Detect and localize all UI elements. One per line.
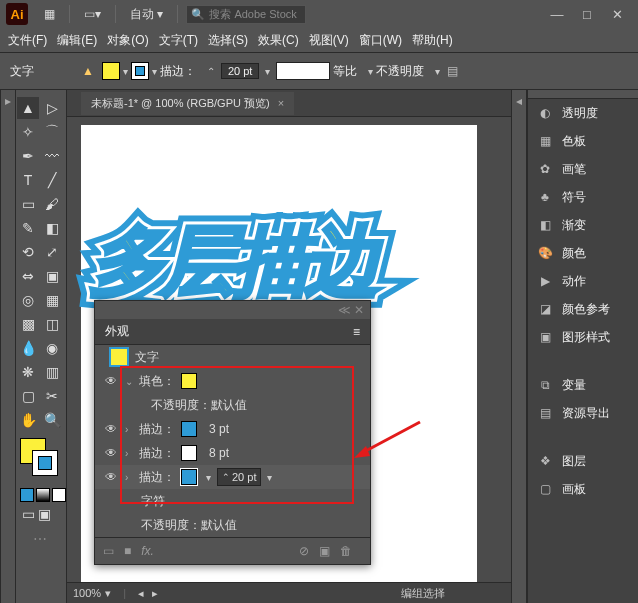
delete-icon[interactable]: 🗑: [340, 544, 352, 558]
expand-caret-icon[interactable]: ›: [125, 472, 135, 483]
visibility-icon[interactable]: 👁: [103, 446, 119, 460]
clear-icon[interactable]: ⊘: [299, 544, 309, 558]
stroke-dropdown[interactable]: ▾: [152, 66, 157, 77]
duplicate-icon[interactable]: ▣: [319, 544, 330, 558]
nav-next-icon[interactable]: ▸: [152, 587, 158, 600]
panel-menu-icon[interactable]: ≡: [353, 325, 360, 339]
expand-caret-icon[interactable]: ›: [125, 424, 135, 435]
width-tool[interactable]: ⇔: [17, 265, 39, 287]
ratio-dropdown[interactable]: ▾: [368, 66, 373, 77]
stroke3-color-swatch[interactable]: [181, 469, 197, 485]
fill-dropdown[interactable]: ▾: [123, 66, 128, 77]
rotate-tool[interactable]: ⟲: [17, 241, 39, 263]
visibility-icon[interactable]: 👁: [103, 422, 119, 436]
layout-dropdown[interactable]: 自动 ▾: [124, 4, 169, 25]
maximize-button[interactable]: □: [572, 5, 602, 24]
fill-swatch[interactable]: [102, 62, 120, 80]
rectangle-tool[interactable]: ▭: [17, 193, 39, 215]
appearance-panel-tab[interactable]: 外观 ≡: [95, 319, 370, 345]
stroke1-color-swatch[interactable]: [181, 421, 197, 437]
screen-mode-full[interactable]: ▣: [37, 507, 51, 521]
align-icon[interactable]: ▤: [447, 64, 458, 78]
stroke-weight-dropdown[interactable]: ▾: [265, 66, 270, 77]
shape-builder-tool[interactable]: ◎: [17, 289, 39, 311]
add-stroke-icon[interactable]: ▭: [103, 544, 114, 558]
panel-actions[interactable]: ▶动作: [528, 267, 638, 295]
zoom-tool[interactable]: 🔍: [41, 409, 63, 431]
panel-graphic-styles[interactable]: ▣图形样式: [528, 323, 638, 351]
panel-color[interactable]: 🎨颜色: [528, 239, 638, 267]
close-tab-icon[interactable]: ×: [278, 97, 284, 109]
warning-icon[interactable]: ▲: [82, 64, 94, 78]
menu-view[interactable]: 视图(V): [309, 32, 349, 49]
expand-caret-icon[interactable]: ›: [125, 448, 135, 459]
line-tool[interactable]: ╱: [41, 169, 63, 191]
zoom-dropdown-icon[interactable]: ▾: [105, 587, 111, 600]
visibility-icon[interactable]: 👁: [103, 470, 119, 484]
bottom-opacity-value[interactable]: 默认值: [201, 517, 237, 534]
menu-file[interactable]: 文件(F): [8, 32, 47, 49]
menu-object[interactable]: 对象(O): [107, 32, 148, 49]
panel-variables[interactable]: ⧉变量: [528, 371, 638, 399]
stock-search-input[interactable]: 🔍搜索 Adobe Stock: [186, 5, 306, 24]
slice-tool[interactable]: ✂: [41, 385, 63, 407]
minimize-button[interactable]: —: [542, 5, 572, 24]
direct-selection-tool[interactable]: ▷: [41, 97, 63, 119]
appearance-fill-row[interactable]: 👁 ⌄ 填色：: [95, 369, 370, 393]
stroke1-weight[interactable]: 3 pt: [209, 422, 229, 436]
stroke-weight-input[interactable]: 20 pt: [221, 63, 259, 79]
mesh-tool[interactable]: ▩: [17, 313, 39, 335]
stroke-profile[interactable]: [276, 62, 330, 80]
appearance-bottom-opacity-row[interactable]: 不透明度： 默认值: [95, 513, 370, 537]
magic-wand-tool[interactable]: ✧: [17, 121, 39, 143]
panel-layers[interactable]: ❖图层: [528, 447, 638, 475]
stroke-color-icon[interactable]: [32, 450, 58, 476]
appearance-stroke2-row[interactable]: 👁 › 描边： 8 pt: [95, 441, 370, 465]
gradient-tool[interactable]: ◫: [41, 313, 63, 335]
selection-tool[interactable]: ▲: [17, 97, 39, 119]
panel-asset-export[interactable]: ▤资源导出: [528, 399, 638, 427]
edit-toolbar-icon[interactable]: ⋯: [17, 528, 63, 550]
zoom-level[interactable]: 100%: [73, 587, 101, 599]
appearance-fill-opacity-row[interactable]: 不透明度： 默认值: [95, 393, 370, 417]
stroke-stepper-down[interactable]: ⌃: [207, 66, 215, 77]
gradient-mode-icon[interactable]: [36, 488, 50, 502]
appearance-char-row[interactable]: 字符: [95, 489, 370, 513]
stroke3-weight-dropdown[interactable]: ▾: [267, 472, 272, 483]
appearance-stroke1-row[interactable]: 👁 › 描边： 3 pt: [95, 417, 370, 441]
expand-caret-icon[interactable]: ⌄: [125, 376, 135, 387]
panel-gradient[interactable]: ◧渐变: [528, 211, 638, 239]
perspective-tool[interactable]: ▦: [41, 289, 63, 311]
lasso-tool[interactable]: ⌒: [41, 121, 63, 143]
pen-tool[interactable]: ✒: [17, 145, 39, 167]
opacity-dropdown[interactable]: ▾: [435, 66, 440, 77]
eyedropper-tool[interactable]: 💧: [17, 337, 39, 359]
opacity-row-value[interactable]: 默认值: [211, 397, 247, 414]
artboard-tool[interactable]: ▢: [17, 385, 39, 407]
appearance-type-row[interactable]: 文字: [95, 345, 370, 369]
screen-mode-normal[interactable]: ▭: [21, 507, 35, 521]
shaper-tool[interactable]: ✎: [17, 217, 39, 239]
paintbrush-tool[interactable]: 🖌: [41, 193, 63, 215]
hand-tool[interactable]: ✋: [17, 409, 39, 431]
panel-transparency[interactable]: ◐透明度: [528, 99, 638, 127]
curvature-tool[interactable]: 〰: [41, 145, 63, 167]
none-mode-icon[interactable]: [52, 488, 66, 502]
bridge-icon[interactable]: ▦: [38, 5, 61, 23]
add-effect-icon[interactable]: fx.: [141, 544, 154, 558]
appearance-panel[interactable]: ≪ ✕ 外观 ≡ 文字 👁 ⌄ 填色： 不透明度： 默认值 👁 › 描边： 3 …: [94, 300, 371, 565]
type-tool[interactable]: T: [17, 169, 39, 191]
menu-select[interactable]: 选择(S): [208, 32, 248, 49]
ratio-label[interactable]: 等比: [333, 63, 357, 80]
stroke2-weight[interactable]: 8 pt: [209, 446, 229, 460]
eraser-tool[interactable]: ◧: [41, 217, 63, 239]
menu-help[interactable]: 帮助(H): [412, 32, 453, 49]
document-tab[interactable]: 未标题-1* @ 100% (RGB/GPU 预览) ×: [81, 92, 294, 115]
artwork-text[interactable]: 多层描边: [89, 211, 377, 314]
panel-symbols[interactable]: ♣符号: [528, 183, 638, 211]
panel-collapse-icon[interactable]: ≪ ✕: [95, 301, 370, 319]
menu-effect[interactable]: 效果(C): [258, 32, 299, 49]
visibility-icon[interactable]: 👁: [103, 374, 119, 388]
opacity-label[interactable]: 不透明度: [376, 63, 424, 80]
blend-tool[interactable]: ◉: [41, 337, 63, 359]
